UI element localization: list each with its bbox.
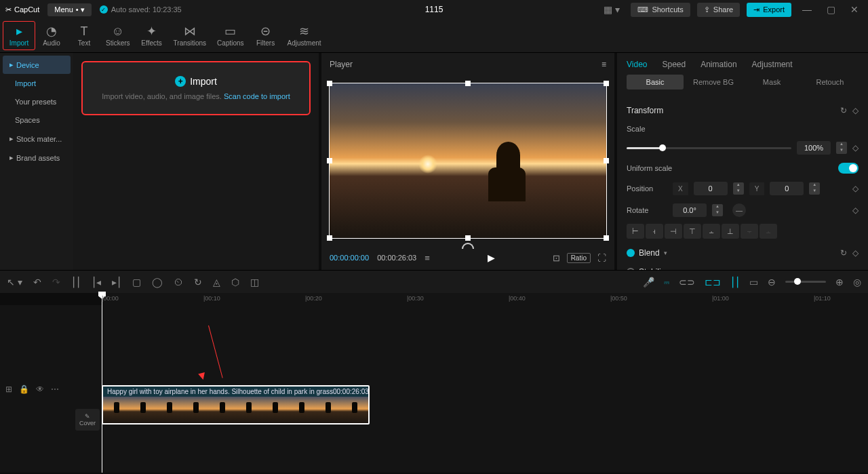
zoom-out-icon[interactable]: ⊖ — [768, 277, 776, 288]
preview-icon[interactable]: ▭ — [749, 277, 758, 288]
position-label: Position — [627, 184, 667, 193]
stabilize-check-icon[interactable] — [627, 268, 635, 270]
player-menu-icon[interactable]: ≡ — [601, 60, 606, 69]
align-top-icon[interactable]: ⊤ — [684, 224, 701, 239]
crop-icon[interactable]: ◫ — [250, 277, 259, 288]
blend-check-icon[interactable] — [627, 249, 635, 257]
share-button[interactable]: ⇪ Share — [697, 3, 740, 17]
sidebar-item-device[interactable]: ▸Device — [3, 56, 71, 74]
tool-filters[interactable]: ⊝Filters — [250, 22, 282, 50]
align-right-icon[interactable]: ⊣ — [665, 224, 682, 239]
align-center-h-icon[interactable]: ⫞ — [646, 224, 663, 239]
position-x-input[interactable] — [694, 182, 728, 195]
timeline-tracks[interactable]: Happy girl with toy airplane in her hand… — [100, 305, 868, 473]
scale-stepper[interactable]: ▲▼ — [836, 142, 847, 154]
tab-adjustment[interactable]: Adjustment — [752, 60, 793, 69]
shortcuts-button[interactable]: ⌨ Shortcuts — [631, 3, 690, 17]
select-tool-icon[interactable]: ↖ ▾ — [7, 277, 22, 288]
tl-mute-icon[interactable]: ⋯ — [51, 384, 59, 394]
align-left-icon[interactable]: ⊢ — [627, 224, 644, 239]
cut-mode-icon[interactable]: ⎮⎮ — [730, 277, 740, 288]
tab-speed[interactable]: Speed — [662, 60, 686, 69]
tool-text[interactable]: TText — [68, 22, 100, 50]
scale-slider[interactable] — [627, 147, 791, 149]
blend-reset-icon[interactable]: ↻ — [840, 248, 847, 258]
flip-tool-icon[interactable]: ⬡ — [231, 277, 239, 288]
position-y-input[interactable] — [770, 182, 804, 195]
menu-button[interactable]: Menu • ▾ — [47, 3, 91, 16]
tl-lock-icon[interactable]: 🔒 — [19, 384, 29, 394]
sidebar-item-spaces[interactable]: Spaces — [3, 111, 71, 129]
mark-icon[interactable]: ◯ — [152, 277, 163, 288]
player-canvas[interactable] — [321, 76, 614, 245]
subtab-basic[interactable]: Basic — [627, 75, 684, 90]
split-right-icon[interactable]: ▸⎮ — [112, 277, 121, 288]
tool-adjustment[interactable]: ≋Adjustment — [282, 22, 327, 50]
import-box[interactable]: +Import Import video, audio, and image f… — [81, 61, 311, 115]
blend-keyframe-icon[interactable]: ◇ — [852, 248, 859, 258]
canvas-frame[interactable] — [329, 83, 607, 239]
fullscreen-icon[interactable]: ⛶ — [597, 253, 606, 263]
maximize-icon[interactable]: ▢ — [823, 4, 840, 15]
link-icon[interactable]: ⊂⊃ — [679, 277, 695, 288]
rotate-keyframe-icon[interactable]: ◇ — [852, 205, 859, 215]
tl-layers-icon[interactable]: ⊞ — [5, 384, 12, 394]
minimize-icon[interactable]: — — [798, 4, 816, 15]
magnet-icon[interactable]: ⎓ — [664, 277, 669, 288]
tab-video[interactable]: Video — [627, 60, 647, 69]
zoom-slider[interactable] — [785, 281, 826, 283]
snap-icon[interactable]: ⊏⊐ — [705, 277, 721, 288]
rotate-stepper[interactable]: ▲▼ — [712, 204, 723, 216]
tool-captions[interactable]: ▭Captions — [212, 22, 249, 50]
rotate-handle-icon[interactable] — [462, 243, 474, 249]
export-button[interactable]: ⇥ Export — [747, 3, 791, 17]
sidebar-item-presets[interactable]: Your presets — [3, 93, 71, 111]
video-clip[interactable]: Happy girl with toy airplane in her hand… — [102, 385, 370, 424]
zoom-in-icon[interactable]: ⊕ — [835, 277, 844, 288]
delete-icon[interactable]: ▢ — [132, 277, 141, 288]
sidebar-item-stock[interactable]: ▸Stock mater... — [3, 130, 71, 148]
x-stepper[interactable]: ▲▼ — [733, 182, 744, 195]
tool-transitions[interactable]: ⋈Transitions — [168, 22, 212, 50]
tool-import[interactable]: ▸Import — [3, 21, 35, 50]
rotate-input[interactable] — [673, 203, 707, 217]
scan-code-link[interactable]: Scan code to import — [224, 92, 290, 100]
split-icon[interactable]: ⎮⎮ — [71, 277, 81, 288]
cover-button[interactable]: ✎Cover — [75, 409, 100, 431]
align-center-v-icon[interactable]: ⫠ — [703, 224, 720, 239]
split-left-icon[interactable]: ⎮◂ — [92, 277, 101, 288]
mic-icon[interactable]: 🎤 — [643, 277, 654, 288]
tab-animation[interactable]: Animation — [701, 60, 736, 69]
subtab-retouch[interactable]: Retouch — [802, 75, 859, 90]
layout-icon[interactable]: ▦ ▾ — [599, 4, 624, 15]
subtab-mask[interactable]: Mask — [743, 75, 800, 90]
y-stepper[interactable]: ▲▼ — [809, 182, 820, 195]
play-button[interactable]: ▶ — [488, 252, 495, 263]
flip-icon[interactable]: — — [732, 203, 746, 217]
fit-icon[interactable]: ◎ — [853, 277, 861, 288]
uniform-scale-toggle[interactable] — [838, 163, 859, 174]
tool-effects[interactable]: ✦Effects — [136, 22, 168, 50]
timeline-ruler[interactable]: |00:00 |00:10 |00:20 |00:30 |00:40 |00:5… — [102, 293, 868, 305]
scale-input[interactable] — [797, 141, 831, 155]
speed-icon[interactable]: ⏲ — [174, 277, 183, 288]
levels-icon[interactable]: ≡ — [425, 253, 430, 263]
tool-stickers[interactable]: ☺Stickers — [100, 22, 136, 50]
sidebar-item-brand[interactable]: ▸Brand assets — [3, 149, 71, 167]
keyframe-icon[interactable]: ◇ — [852, 106, 859, 115]
mirror-icon[interactable]: ◬ — [213, 277, 220, 288]
tool-audio[interactable]: ◔Audio — [35, 22, 68, 50]
reset-icon[interactable]: ↻ — [840, 106, 847, 115]
rotate-tool-icon[interactable]: ↻ — [194, 277, 202, 288]
close-icon[interactable]: ✕ — [846, 4, 863, 15]
align-bottom-icon[interactable]: ⊥ — [722, 224, 739, 239]
position-keyframe-icon[interactable]: ◇ — [852, 184, 859, 193]
sidebar-item-import[interactable]: Import — [3, 75, 71, 92]
undo-icon[interactable]: ↶ — [33, 277, 41, 288]
ratio-button[interactable]: Ratio — [567, 253, 591, 263]
redo-icon[interactable]: ↷ — [52, 277, 60, 288]
scale-keyframe-icon[interactable]: ◇ — [852, 143, 859, 153]
subtab-removebg[interactable]: Remove BG — [685, 75, 742, 90]
scan-icon[interactable]: ⊡ — [553, 253, 560, 263]
tl-eye-icon[interactable]: 👁 — [36, 384, 44, 394]
